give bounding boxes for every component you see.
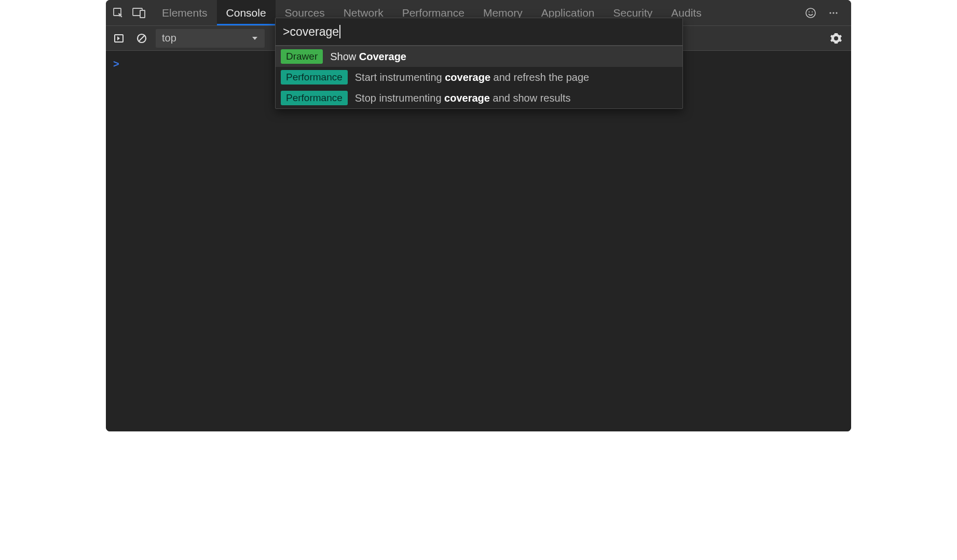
text-cursor <box>339 25 340 38</box>
command-category-badge: Drawer <box>281 49 323 64</box>
context-selector-value: top <box>162 32 176 44</box>
clear-console-icon[interactable] <box>133 30 151 47</box>
command-label: Start instrumenting coverage and refresh… <box>355 72 589 83</box>
tab-console[interactable]: Console <box>217 0 276 25</box>
tab-elements[interactable]: Elements <box>153 0 217 25</box>
svg-point-8 <box>832 12 834 13</box>
command-menu-item[interactable]: PerformanceStop instrumenting coverage a… <box>276 88 682 108</box>
devtools-window: Elements Console Sources Network Perform… <box>106 0 851 431</box>
chevron-down-icon <box>251 35 258 42</box>
toggle-sidebar-icon[interactable] <box>110 30 128 47</box>
console-prompt-caret: > <box>113 58 119 70</box>
svg-point-4 <box>806 8 815 18</box>
command-menu-item[interactable]: PerformanceStart instrumenting coverage … <box>276 67 682 88</box>
tabbar-right-icons <box>800 3 849 23</box>
command-menu: >coverage DrawerShow CoveragePerformance… <box>275 18 683 109</box>
context-selector[interactable]: top <box>156 29 265 48</box>
command-menu-list: DrawerShow CoveragePerformanceStart inst… <box>276 46 682 108</box>
svg-line-12 <box>139 35 145 41</box>
command-menu-query: >coverage <box>283 25 339 39</box>
svg-point-5 <box>809 11 810 12</box>
feedback-smile-icon[interactable] <box>800 3 821 23</box>
command-category-badge: Performance <box>281 91 348 105</box>
command-category-badge: Performance <box>281 70 348 85</box>
svg-point-6 <box>812 11 813 12</box>
device-toolbar-icon[interactable] <box>129 3 149 23</box>
svg-point-9 <box>836 12 837 13</box>
svg-point-7 <box>829 12 831 13</box>
command-menu-item[interactable]: DrawerShow Coverage <box>276 46 682 67</box>
svg-rect-2 <box>140 10 145 18</box>
more-menu-icon[interactable] <box>823 3 844 23</box>
command-menu-input[interactable]: >coverage <box>276 18 682 46</box>
command-label: Show Coverage <box>330 51 406 63</box>
inspect-element-icon[interactable] <box>108 3 129 23</box>
console-settings-gear-icon[interactable] <box>827 30 845 47</box>
toolbar-right <box>827 30 847 47</box>
command-label: Stop instrumenting coverage and show res… <box>355 92 571 104</box>
